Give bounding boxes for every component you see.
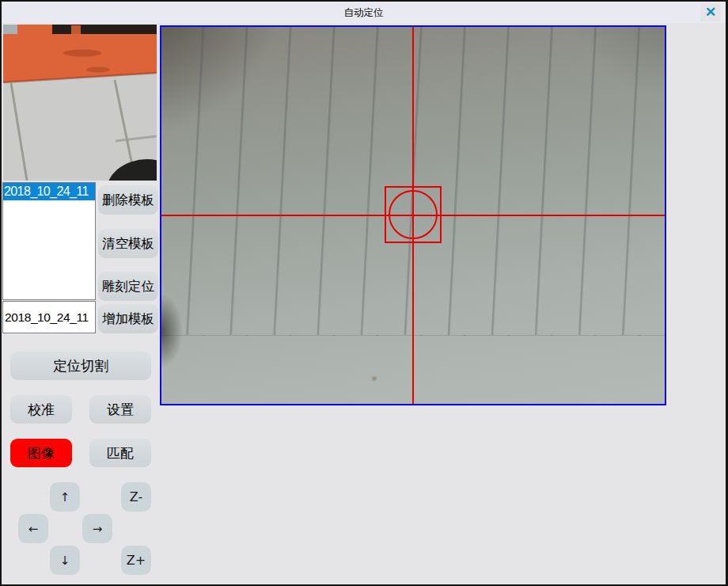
camera-feed-speck <box>371 375 377 382</box>
target-circle-overlay <box>389 190 438 239</box>
template-thumbnail <box>3 25 157 181</box>
thumbnail-image <box>3 25 157 181</box>
jog-right-button[interactable]: → <box>82 514 112 543</box>
locate-cut-button[interactable]: 定位切割 <box>10 352 151 380</box>
auto-locate-dialog: 自动定位 ✕ 2018_10_24_11 删除模板 清空模板 雕刻定位 增加模板… <box>0 0 728 586</box>
titlebar: 自动定位 ✕ <box>2 2 726 23</box>
template-name-input[interactable] <box>2 301 96 333</box>
settings-button[interactable]: 设置 <box>89 395 151 424</box>
delete-template-button[interactable]: 删除模板 <box>98 185 158 215</box>
add-template-button[interactable]: 增加模板 <box>98 304 158 333</box>
camera-view[interactable] <box>160 25 666 405</box>
engrave-locate-button[interactable]: 雕刻定位 <box>98 272 158 301</box>
jog-z-plus-button[interactable]: Z+ <box>121 546 151 575</box>
list-item-template[interactable]: 2018_10_24_11 <box>3 183 95 200</box>
clear-template-button[interactable]: 清空模板 <box>98 229 158 258</box>
match-button[interactable]: 匹配 <box>89 439 151 467</box>
template-list[interactable]: 2018_10_24_11 <box>2 182 96 300</box>
jog-z-minus-button[interactable]: Z- <box>121 482 151 512</box>
image-mode-button[interactable]: 图像 <box>10 439 72 467</box>
jog-down-button[interactable]: ↓ <box>50 546 80 575</box>
dialog-title: 自动定位 <box>2 6 726 20</box>
camera-feed-shadow <box>161 287 190 375</box>
close-icon[interactable]: ✕ <box>700 3 721 21</box>
jog-up-button[interactable]: ↑ <box>50 482 80 512</box>
calibrate-button[interactable]: 校准 <box>10 395 72 424</box>
jog-left-button[interactable]: ← <box>18 514 48 543</box>
